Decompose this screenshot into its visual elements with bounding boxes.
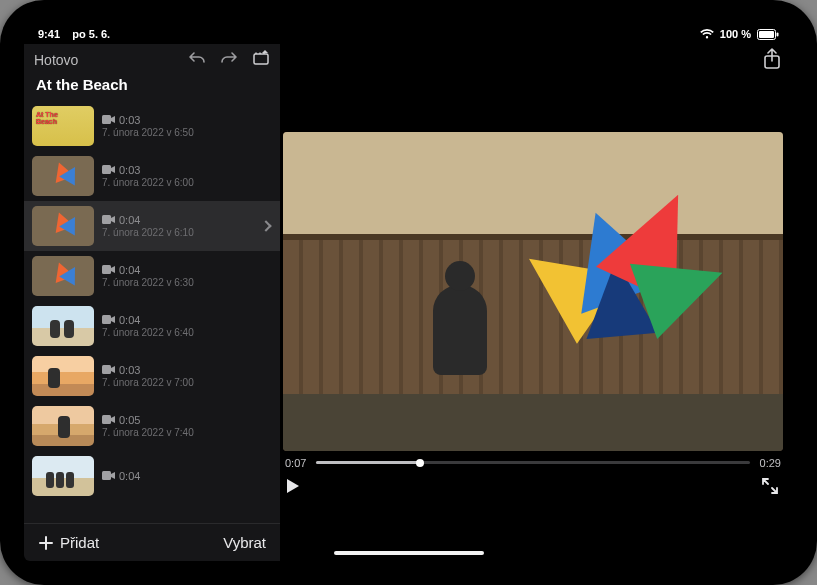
main-toolbar — [281, 44, 793, 78]
undo-button[interactable] — [188, 51, 206, 69]
clip-timestamp: 7. února 2022 v 6:00 — [102, 177, 194, 188]
svg-rect-10 — [102, 415, 111, 424]
battery-text: 100 % — [720, 28, 751, 40]
project-title: At the Beach — [24, 72, 280, 101]
clip-duration: 0:03 — [119, 364, 140, 376]
share-button[interactable] — [763, 48, 781, 74]
clip-row[interactable]: 0:047. února 2022 v 6:10 — [24, 201, 280, 251]
select-button[interactable]: Vybrat — [223, 534, 266, 551]
svg-rect-3 — [254, 54, 268, 64]
clip-thumbnail — [32, 356, 94, 396]
clip-row[interactable]: 0:04 — [24, 451, 280, 501]
clip-thumbnail: At The Beach — [32, 106, 94, 146]
clip-row[interactable]: 0:047. února 2022 v 6:30 — [24, 251, 280, 301]
video-icon — [102, 314, 115, 326]
add-label: Přidat — [60, 534, 99, 551]
clip-timestamp: 7. února 2022 v 6:10 — [102, 227, 194, 238]
time-current: 0:07 — [285, 457, 306, 469]
done-button[interactable]: Hotovo — [34, 52, 78, 68]
scrubber-track[interactable] — [316, 461, 749, 464]
clip-duration: 0:03 — [119, 114, 140, 126]
clip-row[interactable]: 0:047. února 2022 v 6:40 — [24, 301, 280, 351]
ipad-device: 9:41 po 5. 6. 100 % — [0, 0, 817, 585]
redo-button[interactable] — [220, 51, 238, 69]
screen: 9:41 po 5. 6. 100 % — [24, 24, 793, 561]
sidebar: Hotovo — [24, 44, 281, 561]
status-left: 9:41 po 5. 6. — [38, 28, 110, 40]
status-date: po 5. 6. — [72, 28, 110, 40]
clip-timestamp: 7. února 2022 v 7:40 — [102, 427, 194, 438]
battery-icon — [757, 29, 779, 40]
clip-thumbnail — [32, 306, 94, 346]
clip-row[interactable]: 0:057. února 2022 v 7:40 — [24, 401, 280, 451]
clip-thumbnail — [32, 456, 94, 496]
app-content: Hotovo — [24, 44, 793, 561]
status-right: 100 % — [700, 28, 779, 40]
play-button[interactable] — [287, 479, 299, 493]
clip-row[interactable]: At The Beach0:037. února 2022 v 6:50 — [24, 101, 280, 151]
project-settings-button[interactable] — [252, 50, 270, 70]
video-icon — [102, 264, 115, 276]
clip-timestamp: 7. února 2022 v 7:00 — [102, 377, 194, 388]
video-icon — [102, 364, 115, 376]
player-controls — [283, 471, 783, 503]
clip-duration: 0:04 — [119, 314, 140, 326]
clip-timestamp: 7. února 2022 v 6:30 — [102, 277, 194, 288]
clip-row[interactable]: 0:037. února 2022 v 7:00 — [24, 351, 280, 401]
svg-rect-7 — [102, 265, 111, 274]
svg-rect-11 — [102, 471, 111, 480]
clip-thumbnail — [32, 156, 94, 196]
status-bar: 9:41 po 5. 6. 100 % — [24, 24, 793, 44]
video-icon — [102, 114, 115, 126]
wifi-icon — [700, 29, 714, 39]
svg-rect-6 — [102, 215, 111, 224]
time-total: 0:29 — [760, 457, 781, 469]
video-icon — [102, 470, 115, 482]
video-icon — [102, 164, 115, 176]
sidebar-toolbar: Hotovo — [24, 44, 280, 72]
scrubber-bar: 0:07 0:29 — [283, 451, 783, 471]
svg-rect-2 — [777, 32, 779, 36]
clip-thumbnail — [32, 406, 94, 446]
clip-duration: 0:04 — [119, 214, 140, 226]
sidebar-bottom-bar: Přidat Vybrat — [24, 523, 280, 561]
clip-row[interactable]: 0:037. února 2022 v 6:00 — [24, 151, 280, 201]
svg-rect-5 — [102, 165, 111, 174]
svg-rect-9 — [102, 365, 111, 374]
preview-area: 0:07 0:29 — [281, 78, 793, 561]
add-button[interactable]: Přidat — [38, 534, 99, 551]
video-icon — [102, 414, 115, 426]
home-indicator[interactable] — [334, 551, 484, 555]
fullscreen-button[interactable] — [761, 477, 779, 495]
bezel: 9:41 po 5. 6. 100 % — [10, 10, 807, 575]
clip-timestamp: 7. února 2022 v 6:50 — [102, 127, 194, 138]
status-time: 9:41 — [38, 28, 60, 40]
svg-rect-1 — [759, 31, 774, 38]
video-icon — [102, 214, 115, 226]
main-panel: 0:07 0:29 — [281, 44, 793, 561]
clip-duration: 0:04 — [119, 264, 140, 276]
clip-duration: 0:04 — [119, 470, 140, 482]
clip-duration: 0:05 — [119, 414, 140, 426]
scrubber-knob[interactable] — [416, 459, 424, 467]
video-preview[interactable] — [283, 132, 783, 451]
clip-thumbnail — [32, 256, 94, 296]
clip-list[interactable]: At The Beach0:037. února 2022 v 6:500:03… — [24, 101, 280, 523]
svg-rect-8 — [102, 315, 111, 324]
svg-rect-4 — [102, 115, 111, 124]
clip-timestamp: 7. února 2022 v 6:40 — [102, 327, 194, 338]
clip-duration: 0:03 — [119, 164, 140, 176]
clip-thumbnail — [32, 206, 94, 246]
